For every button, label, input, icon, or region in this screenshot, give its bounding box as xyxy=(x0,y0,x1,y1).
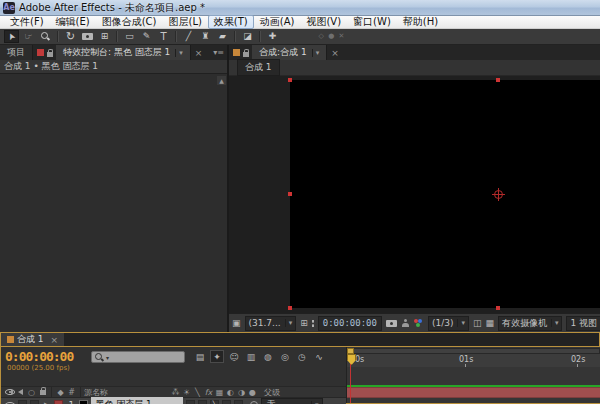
pan-behind-tool-icon[interactable] xyxy=(97,30,112,43)
parent-pick-whip-icon[interactable] xyxy=(250,401,258,404)
chevron-down-icon: ▾ xyxy=(551,319,559,327)
menu-item-view[interactable]: 视图(V) xyxy=(300,16,347,28)
ruler-label-02s: 02s xyxy=(571,355,585,364)
search-icon xyxy=(95,353,104,362)
collapse-toggle[interactable] xyxy=(198,400,207,404)
selection-handle[interactable] xyxy=(496,78,500,82)
frame-step-select[interactable]: (1/3) ▾ xyxy=(428,316,469,331)
close-icon[interactable]: × xyxy=(331,48,339,58)
close-icon[interactable]: × xyxy=(51,335,59,345)
time-ruler[interactable]: 0s 01s 02s xyxy=(347,354,600,368)
panel-color-chip xyxy=(37,49,44,56)
menu-item-file[interactable]: 文件(F) xyxy=(4,16,50,28)
layer-index: 1 xyxy=(66,400,76,404)
tab-effect-controls[interactable]: 特效控制台: 黑色 固态层 1 ▾ xyxy=(56,45,191,60)
layer-name[interactable]: 黑色 固态层 1 xyxy=(91,397,183,404)
timeline-tab-label: 合成 1 xyxy=(17,333,44,346)
lock-icon[interactable] xyxy=(47,52,53,57)
resolution-icon[interactable]: ◫ xyxy=(473,318,482,328)
rotation-tool-icon[interactable] xyxy=(63,30,78,43)
motion-blur-switch-icon: ◐ xyxy=(225,388,236,397)
comp-subtab[interactable]: 合成 1 xyxy=(237,59,280,76)
anchor-point-icon[interactable] xyxy=(494,190,503,199)
timeline-tab[interactable]: 合成 1 × xyxy=(1,333,64,346)
tab-composition[interactable]: 合成:合成 1 ▾ xyxy=(252,45,327,60)
camera-select[interactable]: 有效摄像机 ▾ xyxy=(498,316,563,331)
menu-item-layer[interactable]: 图层(L) xyxy=(162,16,207,28)
view-layout-value: 1 视图 xyxy=(570,317,597,330)
eraser-tool-icon[interactable] xyxy=(215,30,230,43)
chevron-down-icon: ▾ xyxy=(285,319,293,327)
comp-timecode[interactable]: 0:00:00:00 xyxy=(318,316,382,331)
lock-icon[interactable] xyxy=(243,52,249,57)
shy-switch-icon: ⁂ xyxy=(170,388,181,397)
shy-toggle[interactable] xyxy=(186,400,195,404)
layer-label-chip[interactable] xyxy=(54,400,63,404)
menu-item-help[interactable]: 帮助(H) xyxy=(397,16,444,28)
comp-panel-tabbar: 合成:合成 1 ▾ × xyxy=(229,45,600,60)
effects-toggle[interactable] xyxy=(222,400,231,404)
menu-item-edit[interactable]: 编辑(E) xyxy=(50,16,96,28)
scroll-up-arrow[interactable]: ▲ xyxy=(217,76,226,85)
solo-toggle[interactable] xyxy=(30,400,39,404)
pen-tool-icon[interactable] xyxy=(139,30,154,43)
layer-duration-bar[interactable] xyxy=(347,387,600,398)
quality-toggle[interactable]: ╲ xyxy=(210,400,219,404)
chevron-down-icon[interactable]: ▾ xyxy=(175,49,183,57)
menu-item-window[interactable]: 窗口(W) xyxy=(347,16,397,28)
hand-tool-icon[interactable] xyxy=(21,30,36,43)
panel-menu-icon[interactable] xyxy=(213,48,224,57)
collapse-switch-icon: ☀ xyxy=(181,388,192,397)
clone-stamp-tool-icon[interactable] xyxy=(198,30,213,43)
composition-panel: 合成:合成 1 ▾ × 合成 1 ▣ xyxy=(229,45,600,332)
label-column-icon: ◆ xyxy=(55,388,66,397)
selection-handle[interactable] xyxy=(288,78,292,82)
frame-blending-icon[interactable] xyxy=(244,350,258,363)
brush-tool-icon[interactable] xyxy=(181,30,196,43)
zoom-tool-icon[interactable] xyxy=(38,30,53,43)
view-layout-select[interactable]: 1 视图 xyxy=(566,316,600,331)
search-input[interactable]: ▾ xyxy=(91,351,185,363)
snapshot-camera-icon[interactable] xyxy=(386,320,397,327)
source-name-column-header: 源名称 xyxy=(84,387,170,398)
close-icon[interactable]: × xyxy=(195,48,203,58)
selection-handle[interactable] xyxy=(288,192,292,196)
selection-handle[interactable] xyxy=(496,306,500,310)
chevron-down-icon: ▾ xyxy=(311,401,319,404)
graph-editor-icon[interactable] xyxy=(312,350,326,363)
magnification-select[interactable]: (31.7... ▾ xyxy=(245,316,297,331)
motion-blur-toggle[interactable] xyxy=(234,400,243,404)
brainstorm-icon[interactable] xyxy=(278,350,292,363)
work-area-range[interactable] xyxy=(348,349,599,353)
audio-toggle[interactable] xyxy=(18,400,27,404)
chevron-down-icon[interactable]: ▾ xyxy=(312,49,320,57)
menu-item-animation[interactable]: 动画(A) xyxy=(254,16,301,28)
region-of-interest-icon[interactable] xyxy=(312,320,314,327)
tab-project[interactable]: 项目 xyxy=(0,45,33,60)
grid-icon[interactable]: ▦ xyxy=(485,318,494,328)
selection-handle[interactable] xyxy=(288,306,292,310)
selection-tool-icon[interactable] xyxy=(4,30,19,43)
safe-margins-icon[interactable]: ⊞ xyxy=(300,318,308,328)
auto-keyframe-icon[interactable] xyxy=(295,350,309,363)
timeline-track-area: 0s 01s 02s xyxy=(346,347,600,403)
comp-mini-flowchart-icon[interactable] xyxy=(193,350,207,363)
menu-item-effect[interactable]: 效果(T) xyxy=(208,15,254,29)
text-tool-icon[interactable] xyxy=(156,30,171,43)
hide-shy-layers-icon[interactable] xyxy=(227,350,241,363)
rectangle-tool-icon[interactable] xyxy=(122,30,137,43)
motion-blur-icon[interactable] xyxy=(261,350,275,363)
after-effects-window: Ae Adobe After Effects - 未命名项目.aep * 文件(… xyxy=(0,0,600,404)
camera-tool-icon[interactable] xyxy=(80,30,95,43)
roto-brush-tool-icon[interactable] xyxy=(240,30,255,43)
draft-3d-icon[interactable] xyxy=(210,350,224,363)
timeline-panel: 合成 1 × 0:00:00:00 00000 (25.00 fps) ▾ xyxy=(0,332,600,404)
expander-arrow-icon[interactable]: ▶ xyxy=(44,401,49,404)
always-preview-icon[interactable]: ▣ xyxy=(232,318,241,328)
show-snapshot-icon[interactable] xyxy=(401,319,410,327)
parent-select[interactable]: 无 ▾ xyxy=(261,398,323,404)
menu-item-composition[interactable]: 图像合成(C) xyxy=(96,16,163,28)
timeline-timecode[interactable]: 0:00:00:00 xyxy=(5,349,73,364)
puppet-pin-tool-icon[interactable] xyxy=(265,30,280,43)
channel-rgb-icon[interactable] xyxy=(414,319,424,327)
